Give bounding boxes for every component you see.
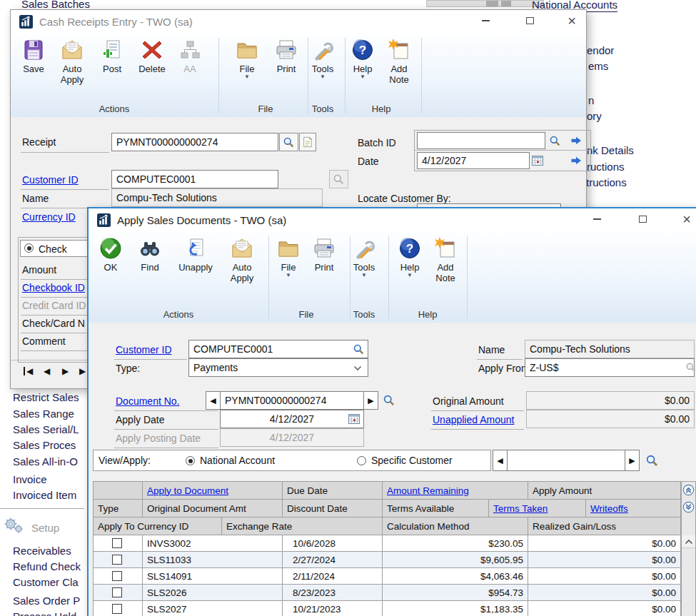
customer-id-input[interactable]: COMPUTEC0001: [111, 170, 278, 188]
save-button[interactable]: Save: [16, 39, 51, 74]
doc-lookup-button[interactable]: [381, 393, 397, 408]
customer-previous-button[interactable]: ◀: [493, 450, 508, 471]
help-menu-button[interactable]: ? Help▼: [393, 237, 426, 278]
row-checkbox[interactable]: [112, 538, 122, 548]
row-checkbox[interactable]: [112, 555, 122, 565]
bg-nav-sales-all-in-one[interactable]: Sales All-in-O: [13, 455, 89, 468]
tools-menu-button[interactable]: Tools▼: [346, 237, 383, 278]
national-account-radio[interactable]: [186, 456, 195, 465]
bg-scrollbar-thumb[interactable]: [486, 1, 498, 6]
checkbook-id-link[interactable]: Checkbook ID: [22, 282, 85, 293]
help-menu-button[interactable]: ? Help▼: [346, 39, 379, 80]
doc-previous-button[interactable]: ◀: [206, 391, 221, 410]
receipt-lookup-button[interactable]: [279, 133, 298, 151]
tools-menu-button[interactable]: Tools▼: [304, 39, 341, 80]
table-scrollbar[interactable]: [681, 482, 695, 616]
win1-close-button[interactable]: ×: [558, 10, 586, 31]
win1-titlebar[interactable]: Cash Receipts Entry - TWO (sa) ×: [11, 10, 586, 34]
delete-button[interactable]: Delete: [134, 39, 170, 74]
nav-previous-button[interactable]: ◀: [44, 366, 50, 376]
specific-customer-radio[interactable]: [357, 456, 366, 465]
bg-nav-items-fragment[interactable]: ems: [588, 60, 608, 72]
batch-lookup-button[interactable]: [546, 133, 563, 148]
win2-titlebar[interactable]: Apply Sales Documents - TWO (sa) ×: [89, 208, 696, 233]
customer-browse-lookup-button[interactable]: [643, 453, 660, 469]
nav-next-button[interactable]: ▶: [62, 366, 69, 376]
batch-id-input[interactable]: [417, 132, 545, 149]
date-expand-button[interactable]: [567, 153, 585, 168]
bg-nav-fragment-n[interactable]: n: [588, 94, 594, 106]
apply-from-currency-field[interactable]: Z-US$: [525, 358, 695, 377]
print-button[interactable]: Print: [306, 237, 342, 273]
receipt-input[interactable]: PYMNT000000000274: [111, 133, 278, 151]
bg-nav-process-holds[interactable]: Process Hold: [13, 610, 89, 616]
cell-apply-amount[interactable]: $0.00: [528, 585, 681, 601]
bg-scrollbar-thumb2[interactable]: [501, 1, 511, 6]
customer-id-input[interactable]: COMPUTEC0001: [188, 340, 368, 358]
bg-nav-receivables[interactable]: Receivables: [13, 545, 89, 557]
cell-document[interactable]: SLS14091: [143, 568, 283, 585]
apply-date-input[interactable]: 4/12/2027: [220, 410, 364, 428]
bg-nav-instructions2-fragment[interactable]: tructions: [586, 176, 627, 188]
win2-close-button[interactable]: ×: [672, 208, 696, 230]
bg-nav-customer-classes[interactable]: Customer Cla: [13, 576, 89, 588]
print-button[interactable]: Print: [268, 39, 304, 74]
customer-id-link[interactable]: Customer ID: [116, 344, 172, 355]
document-no-input[interactable]: PYMNT000000000274: [220, 391, 364, 410]
unapply-button[interactable]: Unapply: [176, 237, 215, 273]
bg-nav-bank-details-fragment[interactable]: nk Details: [587, 144, 634, 156]
auto-apply-button[interactable]: Auto Apply: [53, 39, 91, 85]
bg-nav-refund-checks[interactable]: Refund Check: [13, 560, 89, 572]
bg-nav-invoiced-items[interactable]: Invoiced Item: [13, 489, 89, 501]
bg-nav-instructions-fragment[interactable]: ructions: [587, 161, 625, 173]
check-radio[interactable]: [24, 243, 34, 253]
bg-nav-sales-order-processing[interactable]: Sales Order P: [13, 595, 89, 607]
batch-expand-button[interactable]: [567, 133, 585, 148]
bg-scrollbar[interactable]: [426, 0, 544, 7]
find-button[interactable]: Find: [132, 237, 168, 273]
date-input[interactable]: 4/12/2027: [417, 152, 530, 169]
bg-nav-sales-serial[interactable]: Sales Serial/L: [13, 423, 89, 435]
cell-document[interactable]: INVS3002: [143, 535, 283, 552]
add-note-button[interactable]: Add Note: [429, 237, 462, 283]
bg-nav-sales-batches[interactable]: Sales Batches: [21, 0, 90, 10]
apply-date-calendar-button[interactable]: [347, 412, 361, 426]
post-button[interactable]: Post: [94, 39, 130, 74]
customer-next-button[interactable]: ▶: [625, 450, 640, 471]
doc-next-button[interactable]: ▶: [363, 391, 378, 410]
file-menu-button[interactable]: File▼: [271, 237, 306, 278]
expand-rows-icon[interactable]: [682, 484, 695, 496]
customer-browse-input[interactable]: [507, 450, 625, 471]
row-checkbox[interactable]: [112, 604, 122, 614]
magnifier-icon[interactable]: [353, 343, 365, 355]
collapse-rows-icon[interactable]: [682, 501, 695, 513]
bg-nav-invoice[interactable]: Invoice: [13, 473, 89, 485]
customer-id-link[interactable]: Customer ID: [22, 174, 79, 186]
cell-apply-amount[interactable]: $0.00: [528, 552, 681, 568]
nav-last-button[interactable]: ▶: [79, 366, 86, 376]
bg-nav-vendor-fragment[interactable]: endor: [587, 44, 614, 56]
win1-maximize-button[interactable]: [515, 10, 544, 31]
cell-document[interactable]: SLS2027: [143, 601, 283, 616]
cell-document[interactable]: SLS2026: [143, 585, 283, 601]
win1-minimize-button[interactable]: [471, 10, 500, 31]
bg-nav-sales-range[interactable]: Sales Range: [13, 408, 89, 420]
nav-first-button[interactable]: ◀: [26, 366, 33, 376]
type-dropdown[interactable]: Payments: [188, 358, 368, 377]
cell-document[interactable]: SLS11033: [143, 552, 283, 568]
bg-nav-history-fragment[interactable]: ory: [587, 110, 602, 122]
bg-nav-sales-process[interactable]: Sales Proces: [13, 439, 89, 451]
document-no-link[interactable]: Document No.: [116, 395, 179, 407]
unapplied-amount-link[interactable]: Unapplied Amount: [433, 414, 514, 425]
cell-apply-amount[interactable]: $0.00: [528, 535, 681, 552]
bg-nav-restrict-sales[interactable]: Restrict Sales: [13, 391, 89, 403]
ok-button[interactable]: OK: [93, 237, 128, 273]
currency-id-link[interactable]: Currency ID: [22, 211, 76, 223]
cell-apply-amount[interactable]: $0.00: [528, 601, 681, 616]
row-checkbox[interactable]: [112, 571, 122, 581]
file-menu-button[interactable]: File▼: [229, 39, 265, 80]
win2-minimize-button[interactable]: [582, 208, 611, 230]
receipt-note-button[interactable]: [299, 133, 316, 151]
auto-apply-button[interactable]: Auto Apply: [223, 237, 261, 283]
scroll-up-button[interactable]: [682, 535, 695, 548]
